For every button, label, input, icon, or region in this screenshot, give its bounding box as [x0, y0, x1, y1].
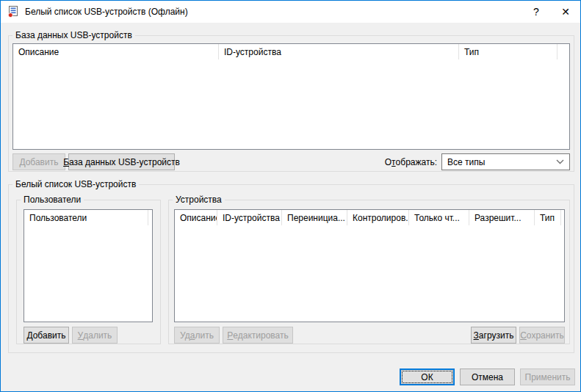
column-header-3[interactable]: Тип — [459, 44, 557, 59]
devices-load-button[interactable]: Загрузить — [471, 327, 516, 344]
column-header-4[interactable]: Контролиров... — [347, 210, 409, 225]
column-header-3[interactable]: Переинициа... — [282, 210, 347, 225]
chevron-down-icon — [556, 159, 564, 164]
db-table[interactable]: ОписаниеID-устройстваТип — [12, 43, 570, 150]
column-header-6[interactable]: Разрешит... — [469, 210, 535, 225]
dialog-window: Белый список USB-устройств (Офлайн) ? ✕ … — [0, 0, 581, 392]
filter-selected-value: Все типы — [447, 157, 485, 167]
close-icon[interactable]: ✕ — [551, 1, 580, 23]
devices-save-button: Сохранить — [519, 327, 565, 344]
users-delete-button: Удалить — [72, 327, 118, 344]
devices-table-header: ОписаниеID-устройстваПереинициа...Контро… — [175, 210, 564, 225]
column-header-2[interactable]: ID-устройства — [217, 210, 282, 225]
column-header-1[interactable]: Описание — [175, 210, 217, 225]
users-add-button[interactable]: Добавить — [24, 327, 69, 344]
apply-button: Применить — [520, 369, 575, 385]
db-database-button[interactable]: База данных USB-устройств — [68, 153, 175, 170]
filter-select[interactable]: Все типы — [441, 153, 570, 170]
cancel-button[interactable]: Отмена — [460, 369, 515, 385]
ok-button[interactable]: ОК — [400, 369, 455, 385]
db-group-title: База данных USB-устройств — [12, 30, 135, 40]
column-header-7[interactable]: Тип — [535, 210, 561, 225]
users-list-header: Пользователи — [24, 210, 152, 225]
help-button[interactable]: ? — [522, 1, 551, 23]
titlebar: Белый список USB-устройств (Офлайн) ? ✕ — [1, 1, 580, 23]
db-add-button: Добавить — [12, 153, 65, 170]
users-list[interactable]: Пользователи — [24, 209, 153, 322]
column-header-1[interactable]: Описание — [13, 44, 219, 59]
usb-whitelist-app-icon — [7, 6, 19, 18]
devices-group-title: Устройства — [173, 195, 225, 205]
devices-table[interactable]: ОписаниеID-устройстваПереинициа...Контро… — [174, 209, 565, 322]
whitelist-group-title: Белый список USB-устройств — [12, 179, 139, 189]
column-header-5[interactable]: Только чт... — [409, 210, 469, 225]
users-group-title: Пользователи — [21, 195, 84, 205]
column-header-1[interactable]: Пользователи — [24, 210, 148, 225]
filter-label: Отображать: — [346, 153, 437, 170]
window-title: Белый список USB-устройств (Офлайн) — [25, 7, 188, 17]
devices-delete-button: Удалить — [174, 327, 220, 344]
devices-edit-button: Редактировать — [223, 327, 293, 344]
db-table-header: ОписаниеID-устройстваТип — [13, 44, 569, 59]
column-header-2[interactable]: ID-устройства — [219, 44, 459, 59]
